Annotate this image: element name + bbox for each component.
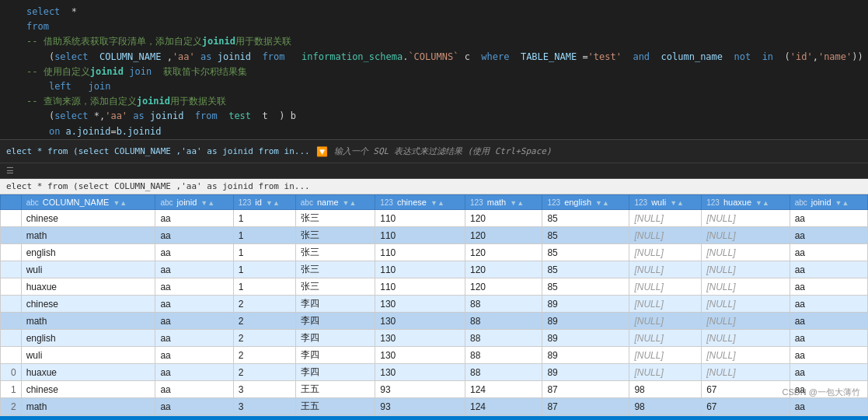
table-cell: [NULL] bbox=[702, 210, 790, 227]
table-cell: aa bbox=[155, 347, 233, 364]
table-row: chineseaa1张三11012085[NULL][NULL]aa bbox=[1, 210, 868, 227]
table-cell: [NULL] bbox=[629, 278, 702, 296]
editor-line-7: -- 查询来源，添加自定义joinid用于数据关联 bbox=[8, 94, 860, 109]
col-header-id[interactable]: 123 id ▼▲ bbox=[233, 195, 295, 210]
table-cell: 85 bbox=[542, 244, 629, 261]
table-cell: 130 bbox=[375, 313, 465, 330]
table-cell: 张三 bbox=[295, 261, 375, 278]
table-cell: huaxue bbox=[21, 364, 155, 381]
editor-line-9: on a.joinid = b.joinid bbox=[8, 124, 860, 139]
table-cell: [NULL] bbox=[702, 313, 790, 330]
col-header-joinid[interactable]: abc joinid ▼▲ bbox=[155, 195, 233, 210]
sql-editor[interactable]: select * from -- 借助系统表获取字段清单，添加自定义joinid… bbox=[0, 0, 868, 140]
col-header-math[interactable]: 123 math ▼▲ bbox=[465, 195, 542, 210]
table-cell: 2 bbox=[233, 313, 295, 330]
col-header-name[interactable]: abc name ▼▲ bbox=[295, 195, 375, 210]
table-cell: 88 bbox=[465, 313, 542, 330]
col-header-column-name[interactable]: abc COLUMN_NAME ▼▲ bbox=[21, 195, 155, 210]
table-cell: 张三 bbox=[295, 227, 375, 244]
status-bar: 300 1/5 Page bbox=[0, 416, 868, 420]
table-cell: 1 bbox=[233, 278, 295, 296]
table-cell: 2 bbox=[233, 364, 295, 381]
table-cell: 85 bbox=[542, 278, 629, 296]
table-cell: [NULL] bbox=[629, 364, 702, 381]
table-cell: [NULL] bbox=[702, 278, 790, 296]
table-cell: [NULL] bbox=[702, 227, 790, 244]
table-cell: [NULL] bbox=[629, 227, 702, 244]
table-row: 2mathaa3王五93124879867aa bbox=[1, 398, 868, 415]
line-numbers-bar: ☰ bbox=[0, 163, 868, 179]
table-cell: [NULL] bbox=[629, 296, 702, 313]
row-number bbox=[1, 347, 22, 364]
col-header-huaxue[interactable]: 123 huaxue ▼▲ bbox=[702, 195, 790, 210]
table-cell: [NULL] bbox=[629, 313, 702, 330]
table-cell: 130 bbox=[375, 330, 465, 347]
table-cell: wuli bbox=[21, 347, 155, 364]
table-cell: aa bbox=[790, 398, 867, 415]
table-cell: 张三 bbox=[295, 278, 375, 296]
table-cell: 120 bbox=[465, 210, 542, 227]
table-cell: 124 bbox=[465, 381, 542, 398]
table-row: 1chineseaa3王五93124879867aa bbox=[1, 381, 868, 398]
table-cell: aa bbox=[155, 381, 233, 398]
col-header-chinese[interactable]: 123 chinese ▼▲ bbox=[375, 195, 465, 210]
table-cell: [NULL] bbox=[629, 261, 702, 278]
table-cell: math bbox=[21, 227, 155, 244]
editor-line-1: select * bbox=[8, 5, 860, 19]
filter-toolbar[interactable]: elect * from (select COLUMN_NAME ,'aa' a… bbox=[0, 140, 868, 163]
table-cell: wuli bbox=[21, 261, 155, 278]
filter-input[interactable]: 输入一个 SQL 表达式来过滤结果 (使用 Ctrl+Space) bbox=[334, 145, 552, 157]
col-header-row-num bbox=[1, 195, 22, 210]
editor-line-6: left join bbox=[8, 79, 860, 94]
editor-line-2: from bbox=[8, 19, 860, 34]
table-cell: 130 bbox=[375, 364, 465, 381]
table-cell: aa bbox=[155, 227, 233, 244]
results-table-container[interactable]: abc COLUMN_NAME ▼▲ abc joinid ▼▲ 123 id … bbox=[0, 194, 868, 416]
table-cell: aa bbox=[790, 313, 867, 330]
table-cell: huaxue bbox=[21, 278, 155, 296]
table-cell: 89 bbox=[542, 330, 629, 347]
table-cell: 110 bbox=[375, 261, 465, 278]
table-cell: 1 bbox=[233, 244, 295, 261]
table-cell: aa bbox=[155, 364, 233, 381]
table-cell: 张三 bbox=[295, 244, 375, 261]
table-cell: 67 bbox=[702, 398, 790, 415]
table-cell: [NULL] bbox=[702, 364, 790, 381]
table-cell: 93 bbox=[375, 381, 465, 398]
query-preview: elect * from (select COLUMN_NAME ,'aa' a… bbox=[6, 146, 310, 156]
table-cell: aa bbox=[790, 296, 867, 313]
table-cell: 89 bbox=[542, 364, 629, 381]
table-cell: 87 bbox=[542, 381, 629, 398]
table-cell: english bbox=[21, 330, 155, 347]
table-cell: aa bbox=[155, 330, 233, 347]
table-cell: [NULL] bbox=[702, 244, 790, 261]
table-cell: 张三 bbox=[295, 210, 375, 227]
table-cell: 89 bbox=[542, 296, 629, 313]
table-cell: 130 bbox=[375, 347, 465, 364]
table-cell: 98 bbox=[629, 381, 702, 398]
table-cell: 李四 bbox=[295, 364, 375, 381]
table-cell: 王五 bbox=[295, 381, 375, 398]
table-cell: aa bbox=[155, 244, 233, 261]
table-cell: 110 bbox=[375, 210, 465, 227]
row-number bbox=[1, 261, 22, 278]
table-row: mathaa1张三11012085[NULL][NULL]aa bbox=[1, 227, 868, 244]
table-row: huaxueaa1张三11012085[NULL][NULL]aa bbox=[1, 278, 868, 296]
row-number bbox=[1, 296, 22, 313]
table-cell: 89 bbox=[542, 347, 629, 364]
table-cell: aa bbox=[155, 261, 233, 278]
filter-icon: 🔽 bbox=[316, 146, 328, 157]
row-number bbox=[1, 330, 22, 347]
table-cell: 87 bbox=[542, 398, 629, 415]
col-header-english[interactable]: 123 english ▼▲ bbox=[542, 195, 629, 210]
row-number: 2 bbox=[1, 398, 22, 415]
results-table: abc COLUMN_NAME ▼▲ abc joinid ▼▲ 123 id … bbox=[0, 194, 868, 416]
table-cell: 120 bbox=[465, 278, 542, 296]
col-header-joinid2[interactable]: abc joinid ▼▲ bbox=[790, 195, 867, 210]
table-cell: 3 bbox=[233, 398, 295, 415]
table-cell: 1 bbox=[233, 210, 295, 227]
table-cell: 89 bbox=[542, 313, 629, 330]
table-cell: 王五 bbox=[295, 398, 375, 415]
col-header-wuli[interactable]: 123 wuli ▼▲ bbox=[629, 195, 702, 210]
table-cell: chinese bbox=[21, 210, 155, 227]
